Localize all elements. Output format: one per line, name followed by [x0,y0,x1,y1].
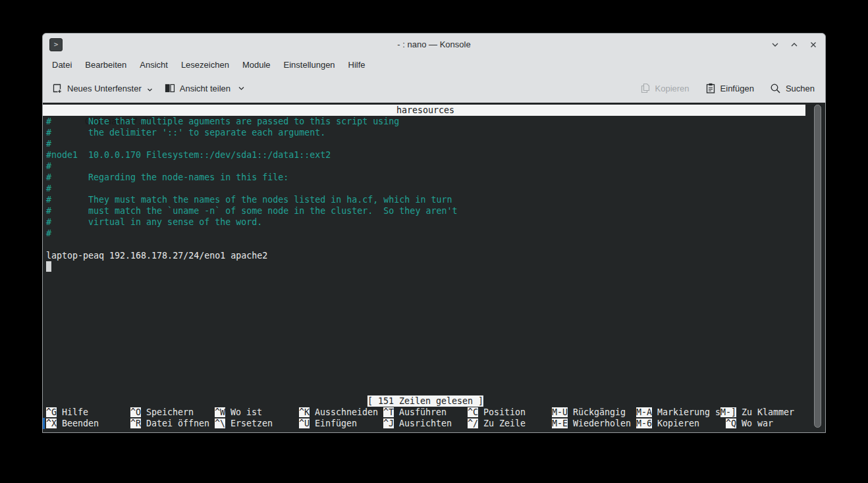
konsole-window: > - : nano — Konsole Datei Bearbeiten An… [42,33,826,433]
terminal-line: #node1 10.0.0.170 Filesystem::/dev/sda1:… [46,149,331,161]
maximize-button[interactable] [789,39,800,50]
terminal-line: # Regarding the node-names in this file: [46,172,288,183]
terminal-line: # [46,183,51,194]
terminal-line: # must match the `uname -n` of some node… [46,205,457,216]
shortcut-key: M-E [552,419,568,428]
shortcut-key: M-A [636,407,652,417]
shortcut-key: ^C [468,407,478,417]
chevron-down-icon [238,86,245,91]
menu-einstellungen[interactable]: Einstellungen [277,57,342,72]
minimize-icon [771,40,780,49]
menubar: Datei Bearbeiten Ansicht Lesezeichen Mod… [43,55,825,74]
nano-shortcut: M-E Wiederholen [552,418,636,429]
shortcut-key: ^O [130,407,141,417]
nano-shortcut: ^G Hilfe [46,407,130,418]
nano-shortcut: ^J Ausrichten [383,418,468,429]
search-icon [770,83,781,94]
menu-ansicht[interactable]: Ansicht [133,57,175,72]
terminal-cursor [46,261,51,272]
new-tab-button[interactable]: Neues Unterfenster [52,83,153,93]
nano-shortcut: ^X Beenden [46,418,130,429]
nano-shortcut: ^T Ausführen [383,407,468,418]
split-view-icon [165,83,175,93]
shortcut-key: ^G [46,407,57,417]
menu-module[interactable]: Module [236,57,277,72]
nano-shortcut: M-A Markierung s [636,407,720,418]
terminal-line: # [46,138,51,149]
split-view-label: Ansicht teilen [180,84,231,93]
shortcut-key: ^W [215,407,225,417]
copy-button: Kopieren [640,83,690,93]
shortcut-key: ^R [130,419,141,428]
nano-titlebar: GNU nano 7.2 haresources [43,105,805,116]
titlebar[interactable]: > - : nano — Konsole [43,34,825,55]
copy-icon [640,83,651,93]
terminal-line: laptop-peaq 192.168.178.27/24/eno1 apach… [46,250,267,261]
terminal-line: # the delimiter '::' to separate each ar… [46,127,325,138]
close-button[interactable] [808,39,819,50]
shortcut-key: ^\ [215,419,225,428]
nano-shortcut: ^C Position [468,407,552,418]
nano-shortcut: ^Q Wo war [720,418,810,429]
shortcut-key: ^J [383,419,394,428]
activity-indicator [43,418,45,429]
nano-shortcut: M-6 Kopieren [636,418,720,429]
copy-label: Kopieren [655,84,690,93]
nano-shortcut: M-] Zu Klammer [720,407,805,418]
window-title: - : nano — Konsole [43,39,825,49]
nano-shortcut: ^K Ausschneiden [299,407,383,418]
terminal-line: # They must match the names of the nodes… [46,194,452,205]
konsole-icon: > [49,38,63,51]
menu-lesezeichen[interactable]: Lesezeichen [175,57,236,72]
terminal-line: # [46,228,51,239]
shortcut-key: ^U [299,419,310,428]
shortcut-key: ^Q [726,419,736,428]
minimize-button[interactable] [770,39,780,50]
shortcut-key: ^/ [468,419,478,428]
close-icon [809,40,818,49]
menu-bearbeiten[interactable]: Bearbeiten [78,57,133,72]
paste-button[interactable]: Einfügen [705,83,754,93]
nano-status-message: [ 151 Zeilen gelesen ] [367,395,483,407]
toolbar: Neues Unterfenster Ansicht teilen Kopier… [43,74,825,103]
nano-shortcut: M-U Rückgängig [552,407,636,418]
shortcut-key: ^T [383,407,394,417]
nano-filename: haresources [396,105,454,116]
paste-label: Einfügen [720,84,754,93]
nano-shortcuts-row2: ^X Beenden^R Datei öffnen^\ Ersetzen^U E… [46,418,810,429]
chevron-down-icon [147,88,153,92]
maximize-icon [790,40,799,49]
split-view-button[interactable]: Ansicht teilen [165,83,245,93]
terminal-line: # Note that multiple aguments are passed… [46,116,399,127]
paste-icon [705,83,716,93]
menu-datei[interactable]: Datei [45,57,78,72]
nano-shortcut: ^\ Ersetzen [215,418,299,429]
shortcut-key: ^X [46,419,57,428]
nano-shortcut: ^O Speichern [130,407,215,418]
nano-shortcut: ^U Einfügen [299,418,383,429]
window-controls [770,39,819,50]
shortcut-key: M-6 [636,419,652,428]
search-button[interactable]: Suchen [770,83,815,94]
new-tab-icon [52,83,63,93]
scrollbar-thumb[interactable] [814,105,821,428]
nano-shortcut: ^W Wo ist [215,407,299,418]
shortcut-key: ^K [299,407,310,417]
search-label: Suchen [786,84,815,93]
shortcut-key: M-U [552,407,568,417]
nano-shortcut: ^/ Zu Zeile [468,418,552,429]
nano-shortcut: ^R Datei öffnen [130,418,215,429]
nano-shortcuts-row1: ^G Hilfe^O Speichern^W Wo ist^K Ausschne… [46,407,805,418]
terminal-line: # [46,161,51,172]
terminal-line: # virtual in any sense of the word. [46,216,262,228]
shortcut-key: M-] [720,407,736,417]
menu-hilfe[interactable]: Hilfe [342,57,372,72]
new-tab-label: Neues Unterfenster [67,84,142,93]
terminal[interactable]: GNU nano 7.2 haresources # Note that mul… [43,103,825,432]
